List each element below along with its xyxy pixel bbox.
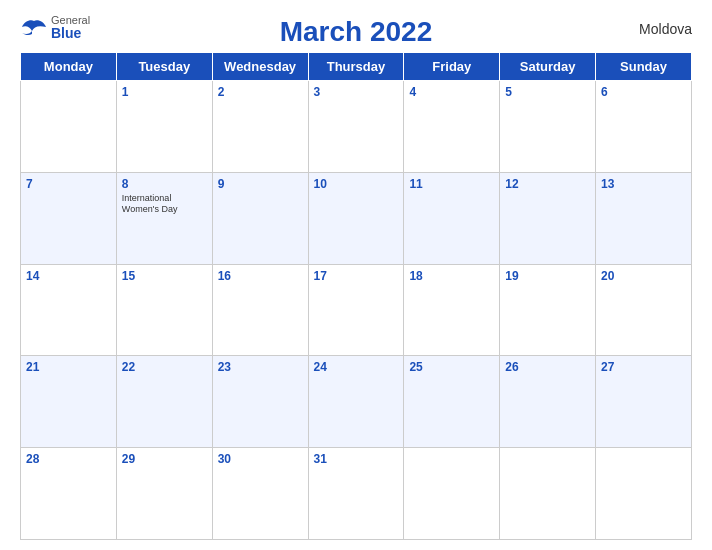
day-number: 3 [314,85,399,99]
day-number: 22 [122,360,207,374]
calendar-day-cell: 6 [596,81,692,173]
logo: General Blue [20,14,90,41]
day-number: 8 [122,177,207,191]
day-number: 17 [314,269,399,283]
calendar-day-cell: 15 [116,264,212,356]
calendar-week-row: 21222324252627 [21,356,692,448]
day-number: 9 [218,177,303,191]
calendar-day-cell: 7 [21,172,117,264]
day-event: International Women's Day [122,193,207,215]
calendar-day-cell [404,448,500,540]
day-number: 14 [26,269,111,283]
calendar-day-cell: 29 [116,448,212,540]
weekday-header: Tuesday [116,53,212,81]
calendar-week-row: 14151617181920 [21,264,692,356]
calendar-day-cell: 8International Women's Day [116,172,212,264]
calendar-day-cell: 30 [212,448,308,540]
calendar-day-cell [596,448,692,540]
day-number: 16 [218,269,303,283]
weekday-header: Monday [21,53,117,81]
day-number: 18 [409,269,494,283]
calendar-day-cell: 14 [21,264,117,356]
day-number: 26 [505,360,590,374]
calendar-day-cell: 3 [308,81,404,173]
day-number: 6 [601,85,686,99]
calendar-day-cell: 13 [596,172,692,264]
calendar-day-cell: 26 [500,356,596,448]
day-number: 19 [505,269,590,283]
calendar-title: March 2022 [280,16,433,48]
day-number: 15 [122,269,207,283]
weekday-header: Thursday [308,53,404,81]
weekday-header: Saturday [500,53,596,81]
calendar-day-cell: 22 [116,356,212,448]
calendar-day-cell: 19 [500,264,596,356]
day-number: 20 [601,269,686,283]
calendar-day-cell: 1 [116,81,212,173]
day-number: 10 [314,177,399,191]
day-number: 4 [409,85,494,99]
logo-blue-text: Blue [51,26,90,41]
calendar-header: General Blue March 2022 Moldova [20,10,692,48]
day-number: 31 [314,452,399,466]
calendar-day-cell: 9 [212,172,308,264]
day-number: 27 [601,360,686,374]
day-number: 13 [601,177,686,191]
logo-bird-icon [20,19,48,37]
calendar-week-row: 78International Women's Day910111213 [21,172,692,264]
calendar-day-cell: 12 [500,172,596,264]
calendar-day-cell: 25 [404,356,500,448]
day-number: 29 [122,452,207,466]
calendar-day-cell: 23 [212,356,308,448]
day-number: 1 [122,85,207,99]
day-number: 12 [505,177,590,191]
calendar-day-cell: 18 [404,264,500,356]
calendar-table: MondayTuesdayWednesdayThursdayFridaySatu… [20,52,692,540]
day-number: 24 [314,360,399,374]
calendar-week-row: 28293031 [21,448,692,540]
day-number: 5 [505,85,590,99]
day-number: 28 [26,452,111,466]
calendar-header-row: MondayTuesdayWednesdayThursdayFridaySatu… [21,53,692,81]
calendar-day-cell: 24 [308,356,404,448]
weekday-header: Sunday [596,53,692,81]
calendar-week-row: 123456 [21,81,692,173]
day-number: 2 [218,85,303,99]
country-label: Moldova [639,21,692,37]
day-number: 30 [218,452,303,466]
day-number: 11 [409,177,494,191]
calendar-day-cell: 27 [596,356,692,448]
calendar-day-cell: 20 [596,264,692,356]
day-number: 7 [26,177,111,191]
calendar-day-cell: 17 [308,264,404,356]
calendar-day-cell: 10 [308,172,404,264]
calendar-day-cell: 28 [21,448,117,540]
calendar-day-cell: 4 [404,81,500,173]
calendar-day-cell: 5 [500,81,596,173]
weekday-header: Friday [404,53,500,81]
calendar-day-cell [21,81,117,173]
weekday-header: Wednesday [212,53,308,81]
day-number: 23 [218,360,303,374]
calendar-day-cell: 31 [308,448,404,540]
calendar-day-cell: 2 [212,81,308,173]
day-number: 21 [26,360,111,374]
calendar-day-cell: 16 [212,264,308,356]
calendar-day-cell: 21 [21,356,117,448]
day-number: 25 [409,360,494,374]
calendar-day-cell [500,448,596,540]
calendar-day-cell: 11 [404,172,500,264]
